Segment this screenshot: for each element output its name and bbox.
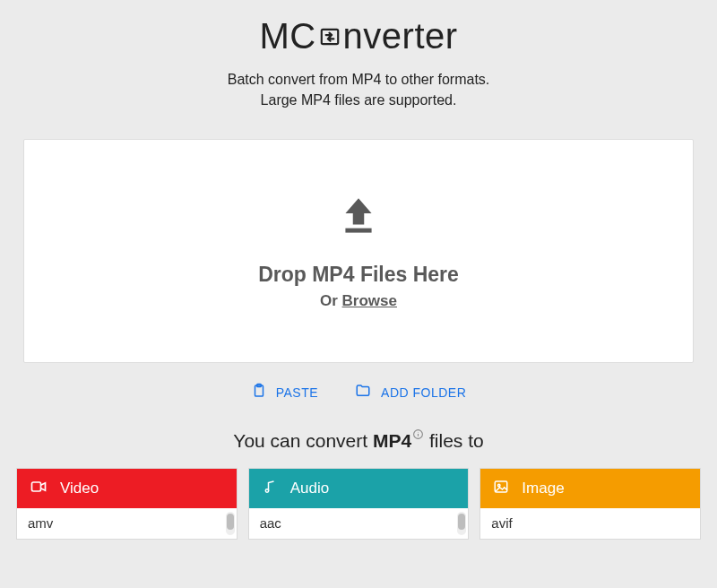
folder-icon <box>354 383 372 402</box>
dropzone-or-line: Or Browse <box>320 292 397 310</box>
convert-format: MP4 <box>373 430 411 451</box>
category-audio-label: Audio <box>290 480 329 497</box>
category-image-body[interactable]: avif <box>480 508 700 539</box>
upload-icon <box>336 193 381 241</box>
subtitle-line1: Batch convert from MP4 to other formats. <box>14 69 703 90</box>
logo-text-post: nverter <box>343 16 458 56</box>
scrollbar-thumb[interactable] <box>458 514 465 530</box>
subtitle-line2: Large MP4 files are supported. <box>14 90 703 110</box>
svg-point-6 <box>418 432 419 433</box>
categories: Video amv Audio aac <box>14 468 703 540</box>
logo-text-pre: MC <box>259 16 315 56</box>
video-icon <box>30 478 48 500</box>
add-folder-label: ADD FOLDER <box>381 385 466 400</box>
format-item[interactable]: amv <box>28 515 226 531</box>
format-item[interactable]: avif <box>491 515 689 531</box>
convert-prefix: You can convert <box>233 430 373 451</box>
svg-point-8 <box>265 489 268 492</box>
clipboard-icon <box>251 383 267 402</box>
scrollbar[interactable] <box>457 512 466 535</box>
category-image-label: Image <box>522 480 564 497</box>
category-audio-body[interactable]: aac <box>249 508 469 539</box>
image-icon <box>493 479 509 499</box>
category-video-label: Video <box>60 480 99 497</box>
svg-rect-1 <box>345 228 371 232</box>
info-icon[interactable] <box>412 428 424 440</box>
category-video-body[interactable]: amv <box>17 508 237 539</box>
svg-point-10 <box>498 484 500 486</box>
format-item[interactable]: aac <box>260 515 458 531</box>
music-icon <box>262 479 278 499</box>
logo: MC nverter <box>14 16 703 56</box>
convert-title: You can convert MP4 files to <box>14 428 703 452</box>
category-video-header: Video <box>17 469 237 508</box>
category-image: Image avif <box>479 468 701 540</box>
paste-label: PASTE <box>276 385 318 400</box>
scrollbar-thumb[interactable] <box>227 514 234 530</box>
add-folder-button[interactable]: ADD FOLDER <box>354 383 466 402</box>
dropzone[interactable]: Drop MP4 Files Here Or Browse <box>23 139 694 363</box>
category-audio-header: Audio <box>249 469 469 508</box>
scrollbar[interactable] <box>226 512 235 535</box>
convert-suffix: files to <box>424 430 484 451</box>
dropzone-title: Drop MP4 Files Here <box>258 263 459 287</box>
category-image-header: Image <box>480 469 700 508</box>
swap-icon <box>318 22 341 51</box>
subtitle: Batch convert from MP4 to other formats.… <box>14 69 703 110</box>
category-video: Video amv <box>16 468 238 540</box>
category-audio: Audio aac <box>248 468 470 540</box>
paste-button[interactable]: PASTE <box>251 383 318 402</box>
dropzone-or: Or <box>320 292 342 309</box>
svg-rect-7 <box>32 482 41 491</box>
browse-link[interactable]: Browse <box>342 292 397 309</box>
